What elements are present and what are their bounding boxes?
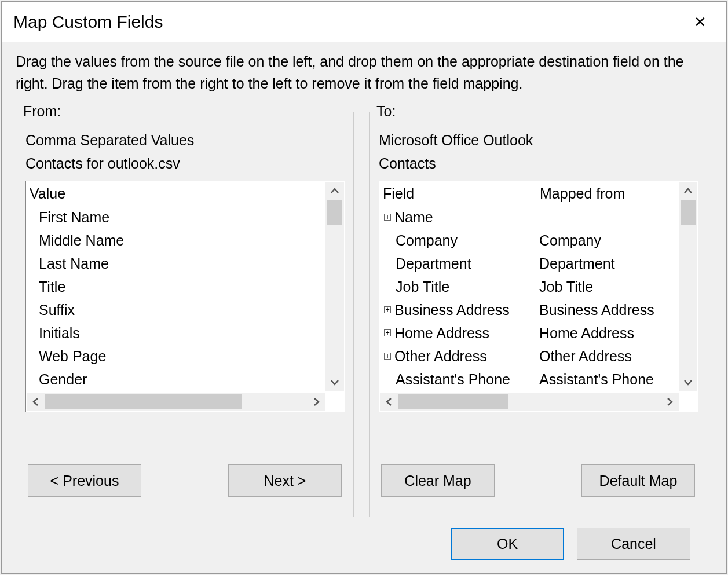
- clear-map-button[interactable]: Clear Map: [381, 464, 495, 497]
- list-item-label: Suffix: [39, 302, 75, 318]
- table-row[interactable]: +Home Address Home Address: [379, 321, 698, 345]
- mapped-label: Department: [536, 255, 698, 272]
- close-button[interactable]: ✕: [686, 9, 715, 36]
- chevron-up-icon[interactable]: [679, 182, 697, 200]
- to-panel-inner: Microsoft Office Outlook Contacts Field …: [370, 112, 707, 497]
- list-item[interactable]: First Name: [26, 206, 345, 229]
- dialog-window: Map Custom Fields ✕ Drag the values from…: [1, 1, 727, 574]
- dialog-title: Map Custom Fields: [13, 12, 163, 32]
- list-item[interactable]: Last Name: [26, 252, 345, 275]
- table-row[interactable]: +Other Address Other Address: [379, 345, 698, 368]
- list-item[interactable]: Title: [26, 275, 345, 298]
- expand-icon[interactable]: +: [384, 353, 391, 360]
- panels-row: From: Comma Separated Values Contacts fo…: [16, 112, 712, 517]
- from-buttons: < Previous Next >: [25, 464, 344, 497]
- scroll-thumb[interactable]: [398, 394, 508, 409]
- field-label: Business Address: [394, 302, 510, 318]
- table-row[interactable]: Assistant's Phone Assistant's Phone: [379, 368, 698, 391]
- list-item[interactable]: Web Page: [26, 345, 345, 368]
- field-label: Home Address: [394, 325, 489, 342]
- table-row[interactable]: +Business Address Business Address: [379, 298, 698, 321]
- field-label: Company: [396, 232, 458, 249]
- expand-icon[interactable]: +: [384, 329, 391, 336]
- table-row[interactable]: Job Title Job Title: [379, 275, 698, 298]
- from-filename: Contacts for outlook.csv: [25, 152, 344, 175]
- from-header: Value: [26, 181, 345, 206]
- from-format: Comma Separated Values: [25, 129, 344, 152]
- field-label: Assistant's Phone: [396, 371, 510, 388]
- instructions-text: Drag the values from the source file on …: [16, 50, 712, 94]
- chevron-up-icon[interactable]: [325, 182, 344, 200]
- to-app: Microsoft Office Outlook: [379, 129, 697, 152]
- to-header-field: Field: [379, 185, 536, 202]
- chevron-right-icon[interactable]: [660, 393, 679, 411]
- from-horizontal-scrollbar[interactable]: [27, 393, 325, 411]
- from-vertical-scrollbar[interactable]: [325, 182, 344, 391]
- next-button[interactable]: Next >: [228, 464, 342, 497]
- to-info: Microsoft Office Outlook Contacts: [379, 129, 697, 175]
- field-label: Name: [394, 209, 433, 226]
- from-panel-inner: Comma Separated Values Contacts for outl…: [16, 112, 353, 497]
- ok-button[interactable]: OK: [451, 528, 564, 560]
- list-item-label: Web Page: [39, 348, 106, 365]
- from-list-body: First Name Middle Name Last Name Title S…: [26, 206, 345, 412]
- to-panel: To: Microsoft Office Outlook Contacts Fi…: [369, 112, 707, 517]
- list-item-label: Last Name: [39, 255, 109, 272]
- to-list-body: +Name Company Company Department Departm…: [379, 206, 698, 412]
- field-label: Department: [396, 255, 471, 272]
- mapped-label: Assistant's Phone: [536, 371, 698, 388]
- scroll-track[interactable]: [679, 200, 697, 373]
- to-horizontal-scrollbar[interactable]: [380, 393, 679, 411]
- previous-button[interactable]: < Previous: [28, 464, 141, 497]
- mapped-label: Company: [536, 232, 698, 249]
- chevron-down-icon[interactable]: [325, 373, 344, 391]
- expand-icon[interactable]: +: [384, 306, 391, 313]
- list-item-label: First Name: [39, 209, 109, 226]
- list-item-label: Middle Name: [39, 232, 124, 249]
- to-header: Field Mapped from: [379, 181, 698, 206]
- list-item-label: Title: [39, 279, 65, 295]
- to-buttons: Clear Map Default Map: [379, 464, 697, 497]
- scroll-track[interactable]: [325, 200, 344, 373]
- from-info: Comma Separated Values Contacts for outl…: [25, 129, 344, 175]
- field-label: Other Address: [394, 348, 487, 365]
- list-item[interactable]: Initials: [26, 321, 345, 345]
- scroll-track[interactable]: [45, 393, 307, 411]
- to-vertical-scrollbar[interactable]: [679, 182, 697, 391]
- scroll-thumb[interactable]: [327, 200, 342, 225]
- list-item-label: Gender: [39, 371, 87, 388]
- mapped-label: Home Address: [536, 325, 698, 342]
- list-item[interactable]: Middle Name: [26, 229, 345, 252]
- table-row[interactable]: +Name: [379, 206, 698, 229]
- scroll-thumb[interactable]: [681, 200, 696, 225]
- dialog-content: Drag the values from the source file on …: [2, 42, 726, 560]
- field-label: Job Title: [396, 279, 449, 295]
- titlebar: Map Custom Fields ✕: [2, 2, 726, 42]
- expand-icon[interactable]: +: [384, 214, 391, 221]
- to-listbox[interactable]: Field Mapped from +Name Company Company: [379, 181, 698, 412]
- chevron-right-icon[interactable]: [307, 393, 325, 411]
- table-row[interactable]: Company Company: [379, 229, 698, 252]
- table-row[interactable]: Department Department: [379, 252, 698, 275]
- dialog-footer: OK Cancel: [16, 517, 712, 560]
- to-legend: To:: [374, 103, 398, 120]
- chevron-left-icon[interactable]: [380, 393, 398, 411]
- from-listbox[interactable]: Value First Name Middle Name Last Name T…: [25, 181, 345, 412]
- scroll-thumb[interactable]: [45, 394, 242, 409]
- list-item-label: Initials: [39, 325, 80, 342]
- to-folder: Contacts: [379, 152, 697, 175]
- chevron-left-icon[interactable]: [27, 393, 45, 411]
- mapped-label: Other Address: [536, 348, 698, 365]
- cancel-button[interactable]: Cancel: [577, 528, 690, 560]
- scroll-track[interactable]: [398, 393, 660, 411]
- list-item[interactable]: Gender: [26, 368, 345, 391]
- mapped-label: Job Title: [536, 279, 698, 295]
- from-legend: From:: [21, 103, 63, 120]
- from-panel: From: Comma Separated Values Contacts fo…: [16, 112, 354, 517]
- list-item[interactable]: Suffix: [26, 298, 345, 321]
- to-header-mapped: Mapped from: [536, 181, 698, 206]
- mapped-label: Business Address: [536, 302, 698, 318]
- default-map-button[interactable]: Default Map: [581, 464, 695, 497]
- chevron-down-icon[interactable]: [679, 373, 697, 391]
